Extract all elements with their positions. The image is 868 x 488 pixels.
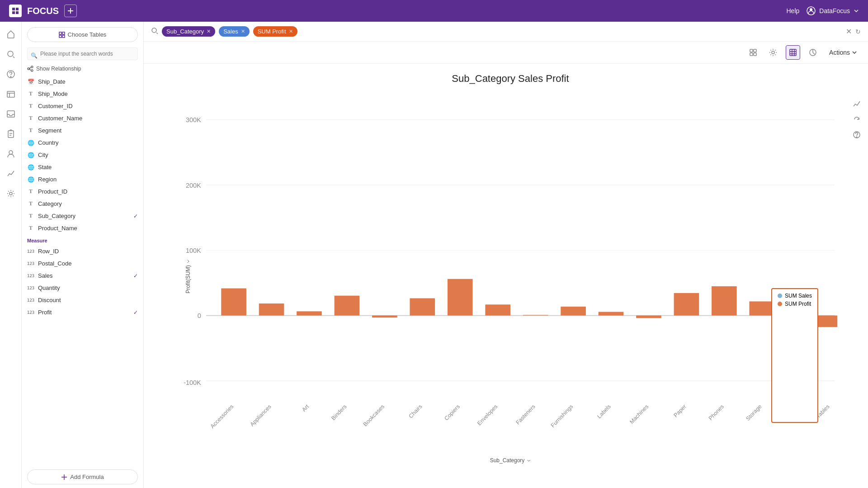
sidebar-item-person[interactable] bbox=[2, 145, 20, 163]
icon-sidebar bbox=[0, 22, 22, 488]
svg-rect-17 bbox=[62, 35, 65, 38]
svg-text:Appliances: Appliances bbox=[249, 403, 273, 428]
chart-svg: 300K 200K 100K 0 -100K bbox=[171, 94, 850, 459]
svg-text:300K: 300K bbox=[186, 116, 201, 123]
choose-tables-button[interactable]: Choose Tables bbox=[27, 27, 138, 42]
tag-profit[interactable]: SUM Profit ✕ bbox=[253, 26, 297, 37]
field-item-shipmode[interactable]: T Ship_Mode bbox=[22, 88, 143, 100]
field-item-customerid[interactable]: T Customer_ID bbox=[22, 100, 143, 112]
layout-icon-1[interactable] bbox=[746, 45, 760, 60]
field-name: City bbox=[38, 152, 48, 158]
clear-search-button[interactable]: ✕ bbox=[846, 27, 852, 36]
field-item-customername[interactable]: T Customer_Name bbox=[22, 112, 143, 124]
field-item-subcategory[interactable]: T Sub_Category ✓ bbox=[22, 210, 143, 222]
field-name: Row_ID bbox=[38, 248, 59, 255]
field-item-sales[interactable]: 123 Sales ✓ bbox=[22, 270, 143, 282]
field-item-profit[interactable]: 123 Profit ✓ bbox=[22, 306, 143, 318]
field-item-city[interactable]: 🌐 City bbox=[22, 149, 143, 161]
field-name: Customer_Name bbox=[38, 115, 82, 122]
show-relationship-toggle[interactable]: Show Relationship bbox=[22, 64, 143, 76]
settings-icon[interactable] bbox=[766, 45, 780, 60]
sidebar-item-search[interactable] bbox=[2, 45, 20, 63]
text-icon: T bbox=[27, 200, 34, 207]
data-panel: Choose Tables 🔍 Show Relationship 📅 Ship… bbox=[22, 22, 144, 488]
chart-type-icon[interactable] bbox=[806, 45, 820, 60]
svg-rect-27 bbox=[790, 49, 796, 56]
refresh-button[interactable]: ↻ bbox=[855, 28, 861, 35]
geo-icon: 🌐 bbox=[27, 164, 34, 171]
field-item-shipdate[interactable]: 📅 Ship_Date bbox=[22, 76, 143, 88]
field-item-productname[interactable]: T Product_Name bbox=[22, 222, 143, 234]
field-name: Customer_ID bbox=[38, 103, 73, 109]
bar-storage bbox=[749, 301, 774, 315]
actions-button[interactable]: Actions bbox=[826, 47, 861, 58]
tag-label: Sub_Category bbox=[166, 28, 204, 35]
sidebar-item-inbox[interactable] bbox=[2, 105, 20, 123]
add-tab-button[interactable] bbox=[64, 5, 77, 17]
svg-point-13 bbox=[9, 192, 12, 195]
sidebar-item-help[interactable] bbox=[2, 65, 20, 83]
geo-icon: 🌐 bbox=[27, 152, 34, 158]
help-label[interactable]: Help bbox=[787, 7, 800, 14]
chart-line-icon[interactable] bbox=[853, 100, 861, 110]
field-name: Product_ID bbox=[38, 188, 67, 195]
grid-icon[interactable] bbox=[786, 45, 800, 60]
field-search-box: 🔍 bbox=[22, 47, 143, 64]
sidebar-item-analytics[interactable] bbox=[2, 165, 20, 183]
field-item-discount[interactable]: 123 Discount bbox=[22, 294, 143, 306]
field-item-state[interactable]: 🌐 State bbox=[22, 161, 143, 173]
tag-close-icon[interactable]: ✕ bbox=[207, 28, 211, 34]
text-icon: T bbox=[27, 225, 34, 232]
bar-envelopes bbox=[485, 304, 510, 315]
field-item-postalcode[interactable]: 123 Postal_Code bbox=[22, 257, 143, 270]
field-item-category[interactable]: T Category bbox=[22, 198, 143, 210]
field-item-segment[interactable]: T Segment bbox=[22, 124, 143, 137]
svg-rect-25 bbox=[754, 53, 756, 56]
field-item-country[interactable]: 🌐 Country bbox=[22, 137, 143, 149]
tag-label: Sales bbox=[223, 28, 238, 35]
field-item-productid[interactable]: T Product_ID bbox=[22, 185, 143, 198]
topnav-right: Help DataFocus bbox=[787, 6, 859, 15]
field-name: Sub_Category bbox=[38, 213, 75, 219]
measure-section-label: Measure bbox=[22, 234, 143, 245]
sidebar-item-clipboard[interactable] bbox=[2, 125, 20, 143]
tag-sales[interactable]: Sales ✕ bbox=[219, 26, 250, 37]
sidebar-item-home[interactable] bbox=[2, 25, 20, 43]
search-icon[interactable] bbox=[151, 27, 158, 36]
field-name: Sales bbox=[38, 272, 53, 279]
text-icon: T bbox=[27, 103, 34, 109]
field-name: Ship_Date bbox=[38, 78, 66, 85]
svg-rect-0 bbox=[12, 8, 15, 10]
chart-refresh-icon[interactable] bbox=[853, 115, 861, 125]
svg-point-30 bbox=[856, 137, 857, 137]
svg-text:-100K: -100K bbox=[184, 379, 201, 386]
add-formula-button[interactable]: Add Formula bbox=[27, 469, 138, 484]
add-formula-label: Add Formula bbox=[70, 474, 104, 480]
svg-point-8 bbox=[10, 76, 11, 77]
svg-rect-24 bbox=[750, 53, 753, 56]
field-name: Ship_Mode bbox=[38, 90, 68, 97]
svg-text:Envelopes: Envelopes bbox=[476, 403, 499, 427]
svg-rect-3 bbox=[16, 11, 19, 14]
user-menu[interactable]: DataFocus bbox=[807, 6, 859, 15]
chart-help-icon[interactable] bbox=[853, 131, 861, 141]
tag-close-icon[interactable]: ✕ bbox=[289, 28, 293, 34]
svg-rect-11 bbox=[8, 131, 14, 137]
tag-close-icon[interactable]: ✕ bbox=[241, 28, 245, 34]
content-area: Sub_Category ✕ Sales ✕ SUM Profit ✕ ✕ ↻ bbox=[144, 22, 868, 488]
field-name: Segment bbox=[38, 127, 61, 134]
field-name: Product_Name bbox=[38, 225, 77, 232]
bar-art bbox=[297, 311, 322, 315]
sidebar-item-settings[interactable] bbox=[2, 185, 20, 203]
field-item-rowid[interactable]: 123 Row_ID bbox=[22, 245, 143, 257]
svg-text:Chairs: Chairs bbox=[408, 403, 424, 420]
chart-area: Sub_Category Sales Profit Profit(SUM) bbox=[144, 64, 868, 488]
field-item-quantity[interactable]: 123 Quantity bbox=[22, 282, 143, 294]
svg-text:Storage: Storage bbox=[745, 403, 763, 422]
tag-subcategory[interactable]: Sub_Category ✕ bbox=[162, 26, 215, 37]
svg-text:Binders: Binders bbox=[330, 403, 348, 422]
field-name: Region bbox=[38, 176, 57, 183]
field-search-input[interactable] bbox=[27, 47, 138, 60]
field-item-region[interactable]: 🌐 Region bbox=[22, 173, 143, 185]
sidebar-item-table[interactable] bbox=[2, 85, 20, 103]
